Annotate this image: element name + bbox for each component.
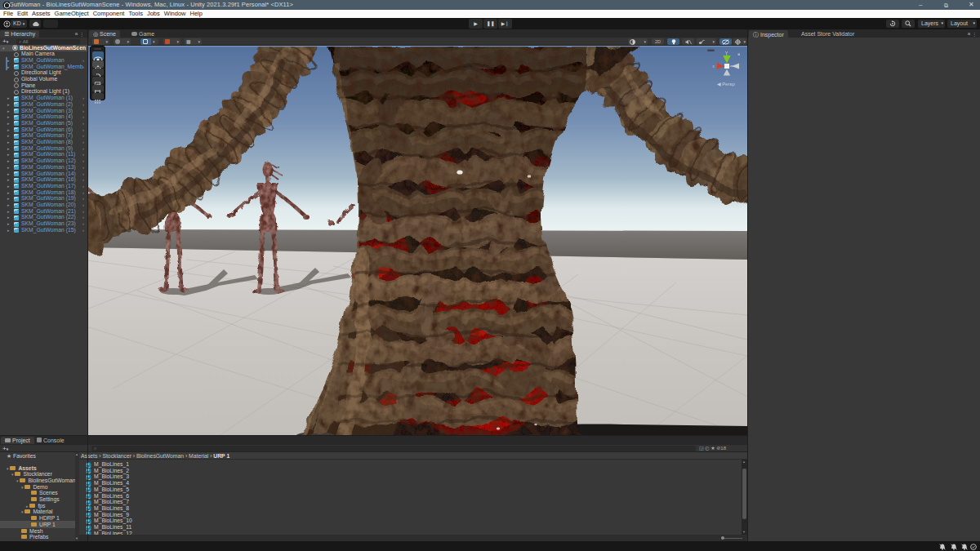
svg-text:◀ Persp: ◀ Persp <box>717 82 736 87</box>
